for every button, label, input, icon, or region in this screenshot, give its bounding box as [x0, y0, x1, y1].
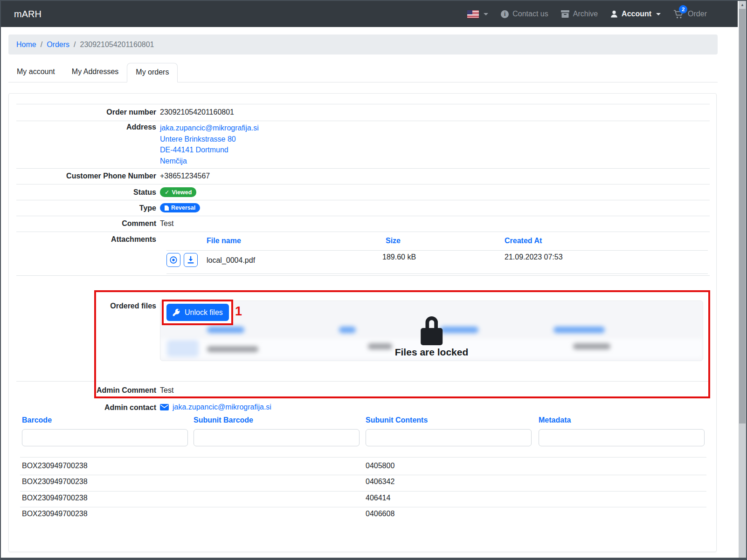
profile-tabs: My account My Addresses My orders [8, 63, 718, 82]
archive-link[interactable]: Archive [561, 10, 598, 18]
breadcrumb-current: 230921054201160801 [80, 41, 154, 49]
table-divider [166, 273, 708, 274]
eye-icon [169, 256, 178, 264]
blurred-action-buttons [167, 340, 199, 357]
metadata-filter-input[interactable] [539, 429, 705, 446]
contact-us-label: Contact us [512, 10, 548, 18]
status-value: ✓ Viewed [160, 187, 196, 197]
scrollbar-thumb[interactable] [739, 9, 746, 423]
subunit-contents-cell: 0406342 [366, 478, 394, 486]
subunit-barcode-filter-input[interactable] [194, 429, 360, 446]
subunit-barcode-header[interactable]: Subunit Barcode [194, 416, 253, 424]
account-menu[interactable]: Account [610, 10, 661, 18]
attachments-filename-header[interactable]: File name [207, 237, 241, 245]
subunit-contents-cell: 0406608 [366, 510, 394, 518]
order-label: Order [688, 10, 707, 18]
app-brand[interactable]: mARH [14, 9, 42, 20]
phone-label: Customer Phone Number [16, 172, 156, 180]
table-divider [20, 457, 706, 458]
chevron-down-icon [484, 13, 488, 15]
row-divider [16, 275, 710, 276]
breadcrumb-separator: / [74, 41, 76, 49]
row-divider [16, 104, 710, 104]
barcode-filter-input[interactable] [22, 429, 188, 446]
address-email-link[interactable]: jaka.zupancic@mikrografija.si [160, 123, 259, 134]
address-value: jaka.zupancic@mikrografija.si Untere Bri… [160, 123, 259, 166]
files-locked-message: Files are locked [395, 347, 469, 358]
admin-comment-value: Test [160, 386, 173, 395]
type-badge-text: Reversal [171, 205, 195, 211]
unlock-files-button[interactable]: Unlock files [166, 304, 229, 321]
barcode-cell: BOX230949700238 [22, 478, 88, 486]
breadcrumb-home-link[interactable]: Home [16, 41, 36, 49]
table-divider [20, 491, 706, 492]
order-detail-card: Order number 230921054201160801 Address … [8, 93, 717, 552]
subunit-contents-filter-input[interactable] [366, 429, 532, 446]
top-navbar: mARH i Contact us Archive [1, 1, 738, 27]
table-divider [166, 250, 708, 251]
blurred-header [339, 327, 356, 333]
row-divider [16, 184, 710, 184]
chevron-down-icon [656, 13, 661, 15]
blurred-cell [207, 346, 258, 352]
address-city-link[interactable]: DE-44141 Dortmund [160, 144, 259, 156]
phone-value: +38651234567 [160, 172, 210, 180]
barcode-cell: BOX230949700238 [22, 462, 88, 470]
barcode-cell: BOX230949700238 [22, 510, 88, 518]
order-cart-link[interactable]: 2 Order [673, 9, 707, 19]
breadcrumb: Home / Orders / 230921054201160801 [8, 34, 718, 55]
check-icon: ✓ [165, 189, 169, 196]
download-file-button[interactable] [184, 253, 198, 267]
annotation-inner-red-box: Unlock files [162, 300, 233, 325]
row-divider [16, 381, 710, 382]
row-divider [16, 232, 710, 232]
admin-contact-email-link[interactable]: jaka.zupancic@mikrografija.si [173, 403, 271, 411]
language-selector[interactable] [467, 10, 488, 18]
attachment-created-at: 21.09.2023 07:53 [505, 253, 563, 261]
comment-label: Comment [16, 219, 156, 228]
admin-contact-value: jaka.zupancic@mikrografija.si [160, 403, 271, 411]
scroll-up-icon[interactable]: ▲ [739, 1, 746, 9]
table-divider [20, 507, 706, 507]
archive-label: Archive [573, 10, 598, 18]
address-country-link[interactable]: Nemčija [160, 156, 259, 167]
address-street-link[interactable]: Untere Brinkstrasse 80 [160, 134, 259, 145]
blurred-header [553, 327, 605, 333]
breadcrumb-orders-link[interactable]: Orders [47, 41, 69, 49]
us-flag-icon [467, 10, 479, 18]
tab-my-addresses[interactable]: My Addresses [63, 63, 127, 82]
key-icon [173, 308, 180, 316]
admin-contact-label: Admin contact [16, 403, 156, 412]
attachment-file-name: local_0004.pdf [207, 256, 255, 265]
attachment-size: 189.60 kB [382, 253, 416, 261]
blurred-cell [368, 343, 392, 349]
cart-count-badge: 2 [679, 5, 687, 14]
subunit-contents-header[interactable]: Subunit Contents [366, 416, 428, 424]
account-label: Account [622, 10, 651, 18]
attachments-created-header[interactable]: Created At [505, 237, 542, 245]
user-icon [610, 10, 618, 18]
row-divider [16, 216, 710, 216]
archive-icon [561, 10, 569, 18]
attachments-size-header[interactable]: Size [386, 237, 401, 245]
barcode-header[interactable]: Barcode [22, 416, 52, 424]
preview-file-button[interactable] [166, 253, 180, 267]
breadcrumb-separator: / [41, 41, 42, 49]
subunit-contents-cell: 406414 [366, 494, 390, 502]
metadata-header[interactable]: Metadata [539, 416, 571, 424]
table-divider [20, 475, 706, 475]
subunit-contents-cell: 0405800 [366, 462, 394, 470]
tab-my-orders[interactable]: My orders [127, 63, 178, 82]
barcode-cell: BOX230949700238 [22, 494, 88, 502]
vertical-scrollbar[interactable]: ▲ [739, 1, 746, 558]
comment-value: Test [160, 219, 173, 228]
ordered-files-label: Ordered files [16, 302, 156, 310]
type-value: Reversal [160, 203, 200, 212]
row-divider [16, 168, 710, 169]
navbar-menu: i Contact us Archive Account [467, 1, 707, 27]
contact-us-link[interactable]: i Contact us [501, 10, 548, 18]
tab-my-account[interactable]: My account [8, 63, 63, 82]
status-label: Status [16, 188, 156, 197]
admin-comment-label: Admin Comment [16, 386, 156, 395]
order-number-label: Order number [16, 108, 156, 116]
